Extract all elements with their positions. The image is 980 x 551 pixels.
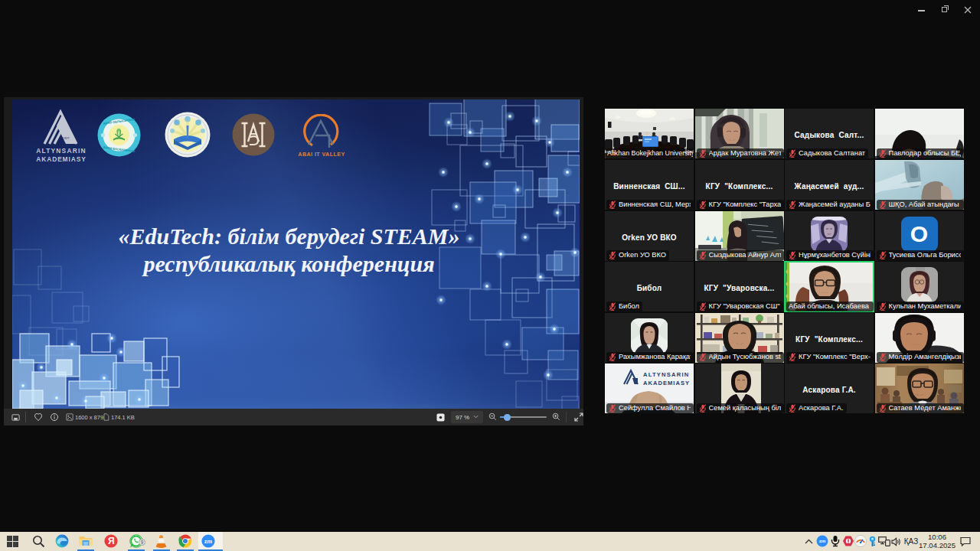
svg-text:ABAI IT VALLEY: ABAI IT VALLEY	[298, 151, 345, 158]
svg-text:zm: zm	[819, 538, 826, 543]
svg-text:Я: Я	[108, 536, 115, 546]
svg-text:1927: 1927	[62, 136, 70, 140]
svg-text:ALTYNSARIN: ALTYNSARIN	[36, 147, 86, 155]
svg-text:ALTYNSARIN: ALTYNSARIN	[643, 371, 689, 378]
svg-text:AKADEMIASY: AKADEMIASY	[36, 155, 86, 162]
svg-text:zm: zm	[204, 538, 213, 545]
svg-text:AKADEMIASY: AKADEMIASY	[643, 380, 690, 386]
